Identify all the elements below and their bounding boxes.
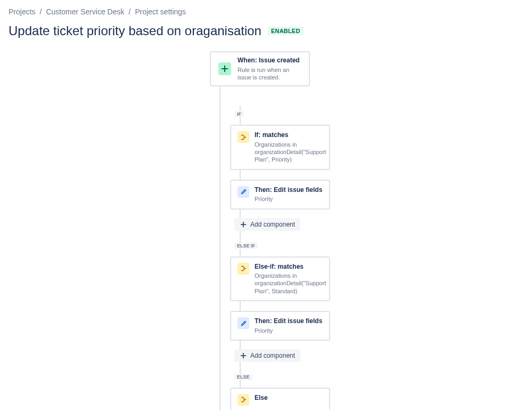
condition-node-elseif[interactable]: Else-if: matches Organizations in organi… [230,256,330,301]
breadcrumb-projects[interactable]: Projects [9,7,36,16]
add-component-label: Add component [250,221,295,228]
action-title: Then: Edit issue fields [255,186,322,195]
automation-canvas: When: Issue created Rule is run when an … [202,51,532,410]
trigger-description: Rule is run when an issue is created. [238,66,301,82]
add-component-button[interactable]: Add component [234,218,300,231]
breadcrumb-project-settings[interactable]: Project settings [135,7,186,16]
elseif-group: ELSE IF Else-if: matches Organizations i… [230,237,337,362]
condition-description: Organizations in organizationDetail("Sup… [255,272,323,295]
pencil-icon [238,317,249,329]
if-group: IF If: matches Organizations in organiza… [230,106,337,230]
page-title: Update ticket priority based on oraganis… [9,23,261,38]
plus-icon [240,221,247,228]
action-node[interactable]: Then: Edit issue fields Priority [230,180,330,210]
elseif-label: ELSE IF [234,243,258,249]
breadcrumb-separator: / [129,7,131,16]
breadcrumb: Projects / Customer Service Desk / Proje… [9,7,523,16]
if-label: IF [234,111,244,117]
plus-icon [240,352,247,359]
action-title: Then: Edit issue fields [255,317,322,326]
condition-node-if[interactable]: If: matches Organizations in organizatio… [230,125,330,170]
branch-icon [238,263,249,275]
branch-icon [238,394,249,406]
breadcrumb-separator: / [40,7,42,16]
else-label: ELSE [234,374,252,380]
pencil-icon [238,186,249,198]
status-badge: ENABLED [268,27,304,35]
condition-title: Else [255,394,268,403]
add-component-label: Add component [250,352,295,359]
action-node[interactable]: Then: Edit issue fields Priority [230,311,330,341]
action-description: Priority [255,195,322,203]
condition-description: Organizations in organizationDetail("Sup… [255,141,323,164]
trigger-node[interactable]: When: Issue created Rule is run when an … [210,51,310,86]
condition-node-else[interactable]: Else [230,388,330,410]
branch-icon [238,131,249,143]
action-description: Priority [255,327,322,334]
add-component-button[interactable]: Add component [234,349,300,362]
else-group: ELSE Else Then: Edit issue fields [230,368,337,410]
condition-title: If: matches [255,131,323,140]
flow-spine [219,69,220,410]
trigger-title: When: Issue created [238,57,301,65]
condition-title: Else-if: matches [255,263,323,271]
plus-icon [218,62,231,75]
breadcrumb-service-desk[interactable]: Customer Service Desk [46,7,124,16]
